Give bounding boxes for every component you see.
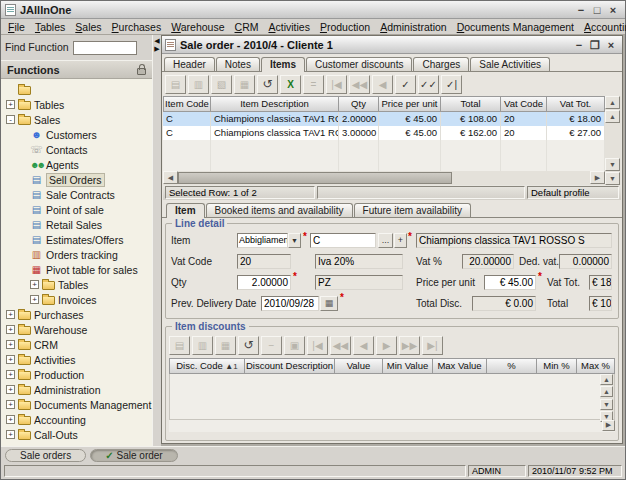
tree-root[interactable] [4,82,152,97]
expand-icon[interactable]: + [6,355,15,364]
column-vat-code[interactable]: Vat Code [501,96,547,112]
frame-minimize-button[interactable]: − [571,38,587,52]
profile-selector[interactable]: Default profile [527,186,619,199]
tree-item-customers[interactable]: Customers [4,127,152,142]
panel-splitter[interactable]: ◀ ▶ [152,35,161,446]
copy-button[interactable]: ▣ [284,336,305,355]
column-qty[interactable]: Qty [339,96,379,112]
calendar-icon[interactable] [320,296,338,311]
scroll-left-icon[interactable] [163,171,178,184]
edit-button[interactable]: ▥ [192,336,213,355]
remove-button[interactable]: − [261,336,282,355]
horizontal-scrollbar[interactable] [169,420,615,432]
column-item-description[interactable]: Item Description [211,96,339,112]
tab-sale-activities[interactable]: Sale Activities [470,57,550,71]
tree-item-agents[interactable]: Agents [4,157,152,172]
reload-button[interactable]: ↺ [238,336,259,355]
menu-activities[interactable]: Activities [263,21,314,33]
filter-button[interactable]: = [303,75,324,94]
next-page-button[interactable]: ▶▶ [399,336,420,355]
table-row[interactable]: C Chiampions classica TAV1 ROSSO M 3.000… [163,126,605,140]
copy-button[interactable]: ▥ [188,75,209,94]
lookup-button[interactable]: ... [378,233,393,248]
qty-field[interactable]: 2.00000 [237,275,291,290]
chevron-down-icon[interactable] [288,233,301,248]
column-discount-description[interactable]: Discount Description [245,358,335,374]
tab-future-availability[interactable]: Future item availability [354,203,471,217]
column-max-value[interactable]: Max Value [433,358,487,374]
scrollbar-thumb[interactable] [178,172,452,184]
menu-production[interactable]: Production [315,21,375,33]
maximize-button[interactable]: □ [589,3,605,17]
expand-icon[interactable]: + [6,340,15,349]
scroll-up-icon[interactable] [605,110,620,123]
previous-row-button[interactable]: ◀ [372,75,393,94]
next-row-button[interactable]: ▶ [376,336,397,355]
vertical-scrollbar[interactable] [600,374,614,419]
first-row-button[interactable]: |◀ [307,336,328,355]
expand-icon[interactable]: + [6,370,15,379]
item-code-field[interactable]: C [310,233,376,248]
tree-item-documents-management[interactable]: +Documents Management [4,397,152,412]
column-vat-tot[interactable]: Vat Tot. [547,96,605,112]
horizontal-scrollbar[interactable] [163,171,605,185]
last-row-button[interactable]: ▶| [422,336,443,355]
collapse-icon[interactable]: - [6,115,15,124]
scroll-up-icon[interactable] [600,386,613,397]
tree-item-pivot-table[interactable]: Pivot table for sales [4,262,152,277]
menu-crm[interactable]: CRM [230,21,264,33]
scroll-right-icon[interactable] [590,171,605,184]
close-button[interactable]: × [605,3,621,17]
find-function-input[interactable] [73,41,137,55]
tree-item-sales-tables[interactable]: +Tables [4,277,152,292]
previous-row-button[interactable]: ◀ [353,336,374,355]
tree-item-accounting[interactable]: +Accounting [4,412,152,427]
expand-icon[interactable]: + [6,100,15,109]
scroll-down-icon[interactable] [605,172,620,185]
tree-item-sale-contracts[interactable]: Sale Contracts [4,187,152,202]
tree-item-purchases[interactable]: +Purchases [4,307,152,322]
tree-item-retail-sales[interactable]: Retail Sales [4,217,152,232]
scroll-up-icon[interactable] [600,374,613,385]
menu-purchases[interactable]: Purchases [107,21,167,33]
check-last-button[interactable]: ✓| [441,75,462,94]
menu-warehouse[interactable]: Warehouse [166,21,229,33]
expand-icon[interactable]: + [6,385,15,394]
column-price-per-unit[interactable]: Price per unit [379,96,441,112]
tree-item-activities[interactable]: +Activities [4,352,152,367]
expand-icon[interactable]: + [6,325,15,334]
scroll-down-icon[interactable] [600,399,613,410]
check-row-button[interactable]: ✓ [395,75,416,94]
menu-tables[interactable]: Tables [30,21,70,33]
column-pct[interactable]: % [487,358,537,374]
scroll-right-icon[interactable] [602,420,615,431]
column-item-code[interactable]: Item Code [163,96,211,112]
tree-item-tables[interactable]: +Tables [4,97,152,112]
save-button[interactable]: ▦ [234,75,255,94]
previous-page-button[interactable]: ◀◀ [330,336,351,355]
first-row-button[interactable]: |◀ [326,75,347,94]
tab-charges[interactable]: Charges [413,57,469,71]
expand-icon[interactable]: + [6,400,15,409]
scroll-down-icon[interactable] [605,158,620,171]
export-excel-button[interactable]: X [280,75,301,94]
tree-item-administration[interactable]: +Administration [4,382,152,397]
menu-documents-management[interactable]: Documents Management [452,21,579,33]
tree-item-production[interactable]: +Production [4,367,152,382]
insert-button[interactable]: ▤ [165,75,186,94]
frame-close-button[interactable]: × [603,38,619,52]
tree-item-call-outs[interactable]: +Call-Outs [4,427,152,442]
expand-right-icon[interactable]: ▶ [154,45,159,52]
tab-booked-items[interactable]: Booked items and availability [206,203,353,217]
tab-customer-discounts[interactable]: Customer discounts [306,57,412,71]
tree-item-contacts[interactable]: Contacts [4,142,152,157]
taskbar-sale-order[interactable]: Sale order [90,449,178,462]
insert-button[interactable]: ▤ [169,336,190,355]
column-disc-code[interactable]: Disc. Code ▲1 [169,358,245,374]
expand-icon[interactable]: + [30,280,39,289]
previous-page-button[interactable]: ◀◀ [349,75,370,94]
minimize-button[interactable]: − [573,3,589,17]
menu-file[interactable]: File [3,21,30,33]
column-total[interactable]: Total [441,96,501,112]
menu-sales[interactable]: Sales [70,21,106,33]
